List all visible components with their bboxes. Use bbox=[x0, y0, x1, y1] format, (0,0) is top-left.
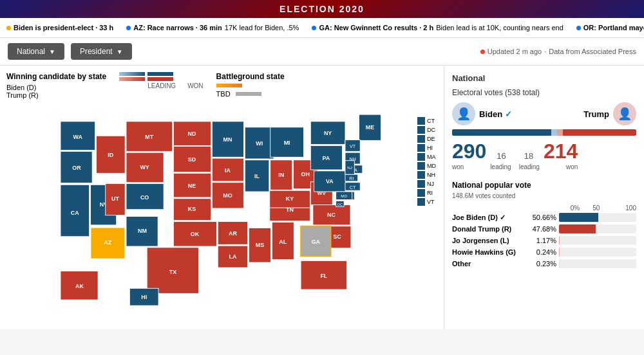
president-dropdown[interactable]: President ▼ bbox=[71, 43, 132, 60]
pv-pct-3: 0.24% bbox=[532, 248, 556, 256]
biden-name: Biden ✓ bbox=[479, 109, 512, 119]
svg-text:IA: IA bbox=[225, 167, 231, 174]
us-map-svg: WA OR CA NV ID MT WY bbox=[6, 104, 437, 323]
svg-text:CT: CT bbox=[350, 185, 356, 190]
ev-section: Electoral votes (538 total) 👤 Biden ✓ Tr… bbox=[452, 88, 636, 170]
news-text-2: 17K lead for Biden, .5% bbox=[225, 24, 299, 32]
svg-text:LA: LA bbox=[229, 253, 237, 260]
news-item-4[interactable]: OR: Portland mayor reelected · 2 h Wheel… bbox=[576, 24, 644, 32]
svg-text:HI: HI bbox=[141, 294, 147, 300]
small-state-vt: VT bbox=[417, 198, 436, 206]
svg-text:OH: OH bbox=[301, 171, 310, 178]
legend-trump-row: Trump (R) bbox=[6, 91, 106, 99]
svg-text:NJ: NJ bbox=[347, 165, 352, 170]
svg-text:CO: CO bbox=[140, 194, 149, 201]
ev-candidates: 👤 Biden ✓ Trump 👤 bbox=[452, 102, 636, 125]
trump-leading-count: 18 bbox=[524, 151, 533, 161]
legend-labels: LEADING WON bbox=[147, 82, 203, 89]
svg-text:ID: ID bbox=[108, 152, 113, 158]
svg-text:NC: NC bbox=[327, 212, 336, 218]
president-arrow-icon: ▼ bbox=[117, 48, 123, 55]
trump-avatar: 👤 bbox=[613, 102, 636, 125]
pv-subtitle: 148.6M votes counted bbox=[452, 192, 636, 199]
national-label: National bbox=[17, 47, 45, 56]
map-area: Winning candidate by state Biden (D) Tru… bbox=[0, 66, 444, 329]
map-legend: Winning candidate by state Biden (D) Tru… bbox=[6, 72, 437, 99]
news-bold-2: AZ: Race narrows · 36 min bbox=[133, 24, 222, 32]
svg-text:MO: MO bbox=[223, 192, 232, 199]
svg-text:KY: KY bbox=[286, 196, 294, 202]
trump-won-count: 214 bbox=[544, 140, 578, 163]
pv-candidate-row-3: Howie Hawkins (G) 0.24% bbox=[452, 248, 636, 257]
controls-bar: National ▼ President ▼ Updated 2 m ago ·… bbox=[0, 38, 644, 66]
popular-vote-section: National popular vote 148.6M votes count… bbox=[452, 181, 636, 268]
president-label: President bbox=[80, 47, 113, 56]
pv-title: National popular vote bbox=[452, 181, 636, 190]
svg-text:WA: WA bbox=[73, 134, 83, 140]
svg-text:NM: NM bbox=[138, 228, 147, 234]
news-dot-1 bbox=[6, 26, 11, 30]
ev-progress-bar bbox=[452, 129, 636, 136]
svg-text:AK: AK bbox=[75, 283, 84, 289]
us-map-container: WA OR CA NV ID MT WY bbox=[6, 104, 437, 323]
svg-text:NE: NE bbox=[188, 183, 196, 189]
legend-biden-row: Biden (D) bbox=[6, 84, 106, 91]
small-state-nh: NH bbox=[417, 171, 436, 179]
small-state-ri: RI bbox=[417, 189, 436, 197]
update-text: Updated 2 m ago bbox=[488, 48, 542, 55]
pv-candidate-row-0: Joe Biden (D) ✓ 50.66% bbox=[452, 213, 636, 222]
header-title: ELECTION 2020 bbox=[279, 4, 365, 14]
update-dot-icon bbox=[480, 50, 485, 54]
pv-name-0: Joe Biden (D) ✓ bbox=[452, 214, 529, 222]
small-state-nj: NJ bbox=[417, 180, 436, 188]
trump-leading-label: leading bbox=[519, 163, 540, 170]
svg-text:AR: AR bbox=[229, 230, 237, 237]
data-source: · bbox=[544, 48, 546, 55]
svg-text:MN: MN bbox=[223, 136, 232, 143]
pv-candidate-row-4: Other 0.23% bbox=[452, 259, 636, 268]
biden-info: 👤 Biden ✓ bbox=[452, 102, 512, 125]
small-state-dc: DC bbox=[417, 126, 436, 134]
pv-candidate-row-2: Jo Jorgensen (L) 1.17% bbox=[452, 236, 636, 245]
pv-pct-4: 0.23% bbox=[532, 260, 556, 268]
national-arrow-icon: ▼ bbox=[49, 48, 55, 55]
svg-text:TX: TX bbox=[169, 269, 176, 275]
news-item-3[interactable]: GA: New Gwinnett Co results · 2 h Biden … bbox=[312, 24, 563, 32]
svg-text:MS: MS bbox=[256, 242, 264, 248]
right-panel: National Electoral votes (538 total) 👤 B… bbox=[444, 66, 644, 329]
svg-text:MD: MD bbox=[341, 194, 347, 198]
svg-text:WY: WY bbox=[140, 164, 149, 170]
legend-battleground: Battleground state TBD bbox=[216, 72, 285, 98]
news-item-2[interactable]: AZ: Race narrows · 36 min 17K lead for B… bbox=[126, 24, 299, 32]
pv-name-2: Jo Jorgensen (L) bbox=[452, 237, 529, 244]
legend-title: Winning candidate by state Biden (D) Tru… bbox=[6, 72, 106, 99]
legend-bars: LEADING WON bbox=[119, 72, 203, 89]
main-content: Winning candidate by state Biden (D) Tru… bbox=[0, 66, 644, 329]
small-state-de: DE bbox=[417, 135, 436, 143]
news-ticker: Biden is president-elect · 33 h AZ: Race… bbox=[0, 18, 644, 38]
pv-bar-1 bbox=[559, 224, 636, 233]
small-state-md: MD bbox=[417, 162, 436, 170]
svg-text:SC: SC bbox=[333, 233, 341, 240]
national-dropdown[interactable]: National ▼ bbox=[8, 43, 64, 60]
pv-pct-2: 1.17% bbox=[532, 237, 556, 244]
ev-numbers: 290 won 16 18 leading leading 214 won bbox=[452, 140, 636, 170]
trump-info: Trump 👤 bbox=[583, 102, 636, 125]
biden-check-icon: ✓ bbox=[505, 109, 512, 119]
news-text-1: Biden is president-elect · 33 h bbox=[14, 24, 113, 32]
legend-biden-leading-bar bbox=[119, 72, 145, 76]
news-text-3: Biden lead is at 10K, counting nears end bbox=[436, 24, 564, 32]
small-states-list: CT DC DE HI MA bbox=[417, 117, 436, 206]
svg-text:VT: VT bbox=[350, 144, 356, 149]
pv-bar-0 bbox=[559, 213, 636, 222]
svg-text:UT: UT bbox=[111, 196, 119, 202]
ev-subtitle: Electoral votes (538 total) bbox=[452, 88, 636, 97]
news-item-1[interactable]: Biden is president-elect · 33 h bbox=[6, 24, 113, 32]
svg-text:IL: IL bbox=[254, 173, 260, 179]
svg-text:PA: PA bbox=[323, 155, 330, 161]
svg-text:ND: ND bbox=[188, 131, 196, 137]
biden-leading-label: leading bbox=[490, 163, 511, 170]
news-bold-4: OR: Portland mayor reelected · 2 h bbox=[583, 24, 644, 32]
news-dot-2 bbox=[126, 26, 131, 30]
news-dot-4 bbox=[576, 26, 581, 30]
